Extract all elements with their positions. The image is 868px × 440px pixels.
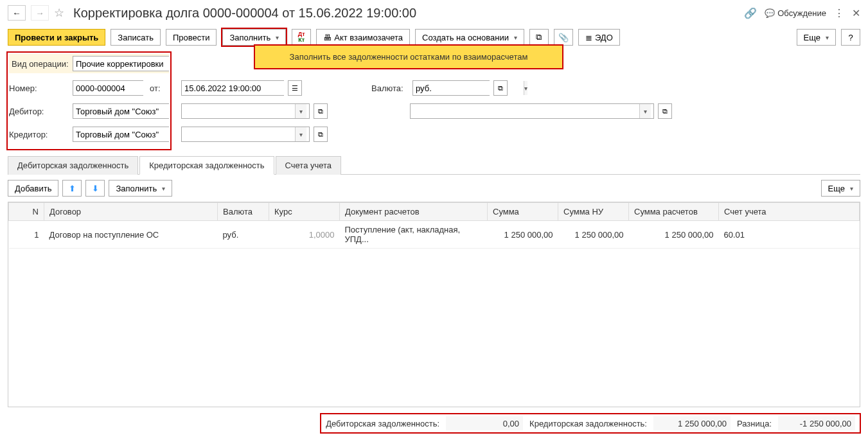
cell-sum-calc: 1 250 000,00 xyxy=(629,221,719,249)
currency-drop-icon[interactable]: ▾ xyxy=(524,81,527,95)
chat-icon: 💬 xyxy=(765,8,775,18)
debtor-input[interactable] xyxy=(184,104,295,118)
footer-debtor-label: Дебиторская задолженность: xyxy=(326,419,439,428)
cell-doc: Поступление (акт, накладная, УПД... xyxy=(340,221,488,249)
nav-forward-button[interactable]: → xyxy=(31,5,49,21)
date-input[interactable] xyxy=(184,81,292,95)
footer-debtor-val: 0,00 xyxy=(446,416,523,430)
help-button[interactable]: ? xyxy=(841,29,860,46)
currency-label: Валюта: xyxy=(371,84,410,93)
cell-sum: 1 250 000,00 xyxy=(488,221,558,249)
currency-open-icon[interactable]: ⧉ xyxy=(493,80,508,96)
footer-diff-val: -1 250 000,00 xyxy=(778,416,855,430)
operation-type-input[interactable] xyxy=(76,57,184,71)
th-account[interactable]: Счет учета xyxy=(719,203,860,221)
act-label: Акт взаимозачета xyxy=(334,33,403,42)
th-currency[interactable]: Валюта xyxy=(218,203,269,221)
operation-type-label: Вид операции: xyxy=(12,59,73,69)
cell-rate: 1,0000 xyxy=(269,221,340,249)
cell-n: 1 xyxy=(9,221,44,249)
date-label: от: xyxy=(150,84,161,93)
dtkt-button[interactable]: ДтКт xyxy=(292,29,311,46)
footer-diff-label: Разница: xyxy=(737,419,772,428)
org-open-icon[interactable]: ⧉ xyxy=(658,103,672,119)
debtor-input-short[interactable] xyxy=(76,104,184,118)
structure-button[interactable]: ⧉ xyxy=(529,29,549,46)
page-title: Корректировка долга 0000-000004 от 15.06… xyxy=(73,6,739,21)
cell-sum-nu: 1 250 000,00 xyxy=(558,221,629,249)
add-row-button[interactable]: Добавить xyxy=(8,180,58,197)
nav-back-button[interactable]: ← xyxy=(8,5,26,21)
favorite-icon[interactable]: ☆ xyxy=(54,6,64,20)
org-drop-icon[interactable]: ▾ xyxy=(639,104,651,118)
debtor-label: Дебитор: xyxy=(9,107,70,116)
fill-menu-item[interactable]: Заполнить все задолженности остатками по… xyxy=(265,52,552,62)
tab-creditor-debt[interactable]: Кредиторская задолженность xyxy=(139,156,274,175)
move-down-button[interactable]: ⬇ xyxy=(85,180,105,197)
print-icon: 🖶 xyxy=(323,33,332,42)
debtor-open-icon[interactable]: ⧉ xyxy=(314,103,328,119)
table-more-button[interactable]: Еще xyxy=(821,180,860,197)
th-n[interactable]: N xyxy=(9,203,44,221)
tab-debtor-debt[interactable]: Дебиторская задолженность xyxy=(8,156,138,175)
creditor-drop-icon[interactable]: ▾ xyxy=(295,127,306,141)
create-based-button[interactable]: Создать на основании xyxy=(415,29,524,46)
edo-label: ЭДО xyxy=(595,33,613,42)
edo-button[interactable]: ≣ ЭДО xyxy=(578,29,620,46)
move-up-button[interactable]: ⬆ xyxy=(62,180,82,197)
fill-menu: Заполнить все задолженности остатками по… xyxy=(254,45,563,69)
list-icon[interactable]: ☰ xyxy=(288,80,302,96)
save-button[interactable]: Записать xyxy=(111,29,161,46)
number-label: Номер: xyxy=(9,84,70,93)
fill-dropdown-button[interactable]: Заполнить xyxy=(222,29,286,46)
tab-accounts[interactable]: Счета учета xyxy=(276,156,342,175)
cell-contract: Договор на поступление ОС xyxy=(44,221,218,249)
th-rate[interactable]: Курс xyxy=(269,203,340,221)
table-fill-button[interactable]: Заполнить xyxy=(109,180,172,197)
post-and-close-button[interactable]: Провести и закрыть xyxy=(8,29,105,46)
th-sum[interactable]: Сумма xyxy=(488,203,558,221)
creditor-label: Кредитор: xyxy=(9,130,70,139)
discuss-link[interactable]: 💬 Обсуждение xyxy=(765,8,826,18)
th-doc[interactable]: Документ расчетов xyxy=(340,203,488,221)
cell-currency: руб. xyxy=(218,221,269,249)
th-contract[interactable]: Договор xyxy=(44,203,218,221)
discuss-label: Обсуждение xyxy=(777,8,826,18)
post-button[interactable]: Провести xyxy=(166,29,217,46)
th-sum-nu[interactable]: Сумма НУ xyxy=(558,203,629,221)
org-input[interactable] xyxy=(413,104,639,118)
cell-account: 60.01 xyxy=(719,221,860,249)
act-offset-button[interactable]: 🖶 Акт взаимозачета xyxy=(316,29,410,46)
attach-button[interactable]: 📎 xyxy=(554,29,573,46)
menu-dots-icon[interactable]: ⋮ xyxy=(834,7,844,19)
footer-creditor-val: 1 250 000,00 xyxy=(653,416,731,430)
table-row[interactable]: 1 Договор на поступление ОС руб. 1,0000 … xyxy=(9,221,860,249)
dtkt-icon: ДтКт xyxy=(298,31,305,43)
creditor-open-icon[interactable]: ⧉ xyxy=(314,127,328,142)
creditor-input-short[interactable] xyxy=(76,127,184,141)
close-icon[interactable]: ✕ xyxy=(852,7,860,19)
debtor-drop-icon[interactable]: ▾ xyxy=(295,104,306,118)
footer-creditor-label: Кредиторская задолженность: xyxy=(529,419,647,428)
link-icon[interactable]: 🔗 xyxy=(744,7,757,19)
number-input[interactable] xyxy=(76,81,184,95)
more-button[interactable]: Еще xyxy=(797,29,836,46)
edo-icon: ≣ xyxy=(585,33,592,42)
th-sum-calc[interactable]: Сумма расчетов xyxy=(629,203,719,221)
creditor-input[interactable] xyxy=(184,127,295,141)
